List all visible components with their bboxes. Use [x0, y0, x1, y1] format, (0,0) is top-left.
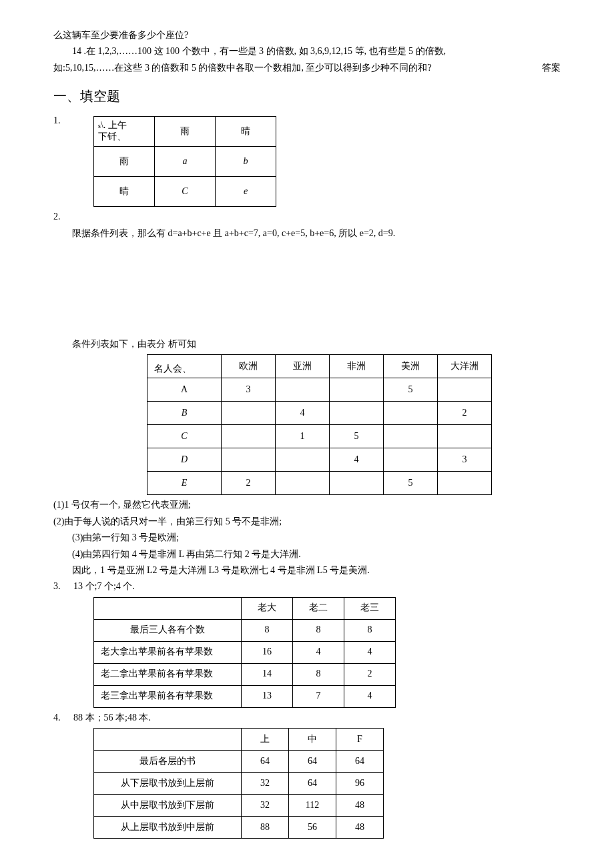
q1-r2c0: 晴 — [94, 177, 155, 207]
q1-r2c1: C — [155, 177, 216, 207]
cell — [438, 472, 492, 495]
cell — [276, 378, 330, 402]
cell: 96 — [336, 773, 384, 795]
q2-table: 名人会、 欧洲 亚洲 非洲 美洲 大洋洲 A 3 5 B 4 2 C 1 5 D… — [147, 354, 492, 495]
table-row: 最后各层的书 64 64 64 — [94, 751, 384, 773]
cell — [276, 448, 330, 472]
cell: 13 — [242, 685, 293, 707]
cell: E — [147, 472, 222, 495]
table-row: 从中层取书放到下层前 32 112 48 — [94, 795, 384, 817]
cell: 2 — [222, 472, 276, 495]
cell — [94, 597, 242, 619]
cell: D — [147, 448, 222, 472]
table-row: 雨 a b — [94, 147, 276, 177]
cell: 老二拿出苹果前各有苹果数 — [94, 663, 242, 685]
q2-note4: (4)由第四行知 4 号是非洲 L 再由第二行知 2 号是大洋洲. — [53, 547, 561, 562]
cell: 最后三人各有个数 — [94, 619, 242, 641]
cell: 8 — [344, 619, 396, 641]
table-row: B 4 2 — [147, 402, 492, 425]
cell: 5 — [384, 378, 438, 402]
cell: 老大拿出苹果前各有苹果数 — [94, 641, 242, 663]
question-14-line2: 如:5,10,15,……在这些 3 的倍数和 5 的倍数中各取一个数相加, 至少… — [53, 61, 561, 75]
cell: 56 — [289, 817, 336, 839]
table-row: 老三拿出苹果前各有苹果数 13 7 4 — [94, 685, 396, 707]
q2-note5: 因此，1 号是亚洲 L2 号是大洋洲 L3 号是欧洲七 4 号是非洲 L5 号是… — [53, 563, 561, 578]
cell — [330, 378, 384, 402]
cell: 4 — [276, 402, 330, 425]
cell: B — [147, 402, 222, 425]
q2-note2: (2)由于每人说的话只对一半，由第三行知 5 号不是非洲; — [53, 514, 561, 529]
q2-h4: 美洲 — [384, 355, 438, 378]
cell: 3 — [222, 378, 276, 402]
cell: 中 — [289, 729, 336, 751]
q14-text: 14 .在 1,2,3,……100 这 100 个数中，有一些是 3 的倍数, … — [72, 46, 446, 56]
table-row: 老大 老二 老三 — [94, 597, 396, 619]
cell — [384, 402, 438, 425]
cell: 64 — [336, 751, 384, 773]
cell — [330, 472, 384, 495]
cell — [330, 402, 384, 425]
cell: 14 — [242, 663, 293, 685]
cell: 7 — [293, 685, 344, 707]
continuation-text: 么这辆车至少要准备多少个座位? — [53, 28, 561, 43]
cell: 2 — [344, 663, 396, 685]
cell: 48 — [336, 817, 384, 839]
cell — [222, 402, 276, 425]
q2-note3: (3)由第一行知 3 号是欧洲; — [53, 530, 561, 545]
q1-table: s\. 上午下钎、 雨 晴 雨 a b 晴 C e — [93, 116, 276, 207]
q3-table: 老大 老二 老三 最后三人各有个数 8 8 8 老大拿出苹果前各有苹果数 16 … — [93, 597, 396, 708]
cell: 老二 — [293, 597, 344, 619]
table-row: 老大拿出苹果前各有苹果数 16 4 4 — [94, 641, 396, 663]
cell: 最后各层的书 — [94, 751, 242, 773]
table-row: A 3 5 — [147, 378, 492, 402]
q2-line: 限据条件列表，那么有 d=a+b+c+e 且 a+b+c=7, a=0, c+e… — [72, 228, 395, 238]
cell: 4 — [330, 448, 384, 472]
cell: 88 — [242, 817, 289, 839]
cell — [222, 448, 276, 472]
cell: 64 — [289, 751, 336, 773]
table-row: C 1 5 — [147, 425, 492, 448]
cell: 上 — [242, 729, 289, 751]
q2-h2: 亚洲 — [276, 355, 330, 378]
cell: 4 — [293, 641, 344, 663]
cell — [438, 378, 492, 402]
q2-explanation: 限据条件列表，那么有 d=a+b+c+e 且 a+b+c=7, a=0, c+e… — [53, 226, 561, 241]
cell: 8 — [293, 663, 344, 685]
table-row: 从下层取书放到上层前 32 64 96 — [94, 773, 384, 795]
table-row: 老二拿出苹果前各有苹果数 14 8 2 — [94, 663, 396, 685]
cell: 64 — [242, 751, 289, 773]
cell: 2 — [438, 402, 492, 425]
q2-note1: (1)1 号仅有一个, 显然它代表亚洲; — [53, 498, 561, 512]
cell: 4 — [344, 641, 396, 663]
cell: 112 — [289, 795, 336, 817]
q4-answer: 88 本；56 本;48 本. — [73, 711, 151, 725]
cell: A — [147, 378, 222, 402]
table-row: 晴 C e — [94, 177, 276, 207]
cell: 1 — [276, 425, 330, 448]
cell: 从上层取书放到中层前 — [94, 817, 242, 839]
cell: 32 — [242, 773, 289, 795]
answer-key-label: 答案 — [542, 61, 561, 75]
q1-h2: 晴 — [216, 117, 276, 147]
q2-number: 2. — [53, 209, 561, 224]
cell: C — [147, 425, 222, 448]
q1-r1c1: a — [155, 147, 216, 177]
q2-h1: 欧洲 — [222, 355, 276, 378]
q2-intro: 条件列表如下，由表分 析可知 — [53, 337, 561, 352]
q2-h3: 非洲 — [330, 355, 384, 378]
cell: F — [336, 729, 384, 751]
table-row: 最后三人各有个数 8 8 8 — [94, 619, 396, 641]
table-row: E 2 5 — [147, 472, 492, 495]
q2-h5: 大洋洲 — [438, 355, 492, 378]
q2-h0: 名人会、 — [147, 355, 222, 378]
q4-table: 上 中 F 最后各层的书 64 64 64 从下层取书放到上层前 32 64 9… — [93, 728, 384, 839]
question-14-line1: 14 .在 1,2,3,……100 这 100 个数中，有一些是 3 的倍数, … — [53, 44, 561, 59]
cell: 8 — [293, 619, 344, 641]
cell: 64 — [289, 773, 336, 795]
q4-number: 4. — [53, 711, 73, 725]
cell: 8 — [242, 619, 293, 641]
cell — [94, 729, 242, 751]
table-row: 上 中 F — [94, 729, 384, 751]
cell — [384, 448, 438, 472]
q1-number: 1. — [53, 113, 73, 128]
